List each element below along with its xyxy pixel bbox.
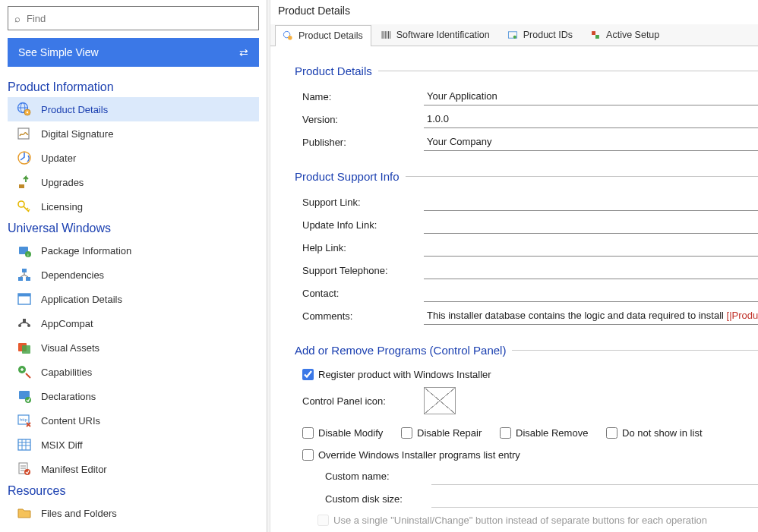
comments-field[interactable]: This installer database contains the log… — [424, 307, 758, 325]
nav-label: Manifest Editor — [41, 464, 107, 475]
sidebar-item-capabilities[interactable]: Capabilities — [8, 360, 259, 384]
support-link-field[interactable] — [424, 193, 758, 211]
register-label: Register product with Windows Installer — [318, 369, 491, 380]
update-info-field[interactable] — [424, 216, 758, 234]
custom-name-label: Custom name: — [325, 471, 431, 482]
nav-label: Digital Signature — [41, 128, 113, 140]
nav-label: Updater — [41, 153, 76, 164]
tab-software-identification[interactable]: Software Identification — [373, 24, 498, 46]
signature-icon — [15, 124, 33, 143]
disable-repair-label: Disable Repair — [417, 427, 482, 439]
nav-label: Upgrades — [41, 177, 84, 188]
sidebar-item-licensing[interactable]: Licensing — [8, 194, 259, 219]
declarations-icon — [15, 387, 33, 405]
find-box[interactable]: ⌕ — [8, 6, 259, 30]
sidebar-item-declarations[interactable]: Declarations — [8, 384, 259, 408]
sidebar-item-digital-signature[interactable]: Digital Signature — [8, 121, 259, 146]
override-label: Override Windows Installer programs list… — [318, 449, 520, 461]
nav-label: Package Information — [41, 245, 131, 257]
sidebar-item-updater[interactable]: Updater — [8, 146, 259, 170]
svg-point-34 — [288, 36, 292, 40]
disable-modify-checkbox[interactable] — [302, 427, 314, 439]
product-ids-icon — [507, 29, 519, 41]
tab-label: Active Setup — [606, 30, 659, 40]
svg-rect-38 — [595, 35, 599, 39]
simple-view-label: See Simple View — [18, 46, 99, 58]
find-input[interactable] — [25, 12, 252, 25]
override-checkbox[interactable] — [302, 449, 314, 461]
tab-product-details[interactable]: Product Details — [275, 25, 371, 46]
category-header-universal-windows: Universal Windows — [8, 222, 259, 235]
tab-product-ids[interactable]: Product IDs — [500, 24, 581, 46]
folder-icon — [15, 504, 33, 522]
main-panel: Product Details Product Details Software… — [270, 0, 758, 532]
register-checkbox[interactable] — [302, 369, 314, 380]
sidebar-item-files-folders[interactable]: Files and Folders — [8, 501, 259, 525]
key-icon — [15, 197, 33, 216]
disable-modify-label: Disable Modify — [318, 427, 383, 439]
sidebar: ⌕ See Simple View ⇄ Product Information … — [0, 0, 267, 532]
svg-point-16 — [18, 324, 21, 327]
single-button-checkbox — [317, 515, 329, 526]
simple-view-button[interactable]: See Simple View ⇄ — [8, 38, 259, 67]
telephone-label: Support Telephone: — [302, 265, 424, 276]
version-field[interactable]: 1.0.0 — [424, 110, 758, 128]
nav-label: Licensing — [41, 201, 83, 212]
update-info-label: Update Info Link: — [302, 219, 424, 231]
svg-rect-13 — [26, 277, 30, 281]
group-legend-product-details: Product Details — [295, 65, 758, 77]
disable-remove-checkbox[interactable] — [500, 427, 511, 439]
svg-rect-11 — [22, 269, 27, 272]
nav-label: Application Details — [41, 294, 122, 305]
content-scroll[interactable]: Product Details Name: Your Application V… — [270, 46, 758, 532]
sidebar-item-appcompat[interactable]: AppCompat — [8, 311, 259, 335]
sidebar-item-visual-assets[interactable]: Visual Assets — [8, 335, 259, 360]
nav-label: Declarations — [41, 391, 96, 402]
svg-point-7 — [18, 201, 24, 207]
single-button-label: Use a single "Uninstall/Change" button i… — [333, 515, 707, 526]
sidebar-item-msix-diff[interactable]: MSIX Diff — [8, 433, 259, 457]
content-uris-icon: http — [15, 411, 33, 430]
support-link-label: Support Link: — [302, 197, 424, 208]
category-header-product-information: Product Information — [8, 80, 259, 94]
appcompat-icon — [15, 314, 33, 332]
sidebar-item-application-details[interactable]: Application Details — [8, 287, 259, 311]
nav-label: Dependencies — [41, 269, 104, 281]
custom-disk-field — [431, 490, 758, 508]
svg-text:i: i — [27, 253, 28, 257]
disable-remove-label: Disable Remove — [516, 427, 588, 439]
sidebar-item-content-uris[interactable]: http Content URIs — [8, 408, 259, 433]
package-info-icon: i — [15, 241, 33, 260]
updater-icon — [15, 149, 33, 167]
sidebar-item-product-details[interactable]: Product Details — [8, 97, 259, 121]
custom-name-field — [431, 467, 758, 485]
globe-gear-icon — [282, 30, 294, 42]
sidebar-item-manifest-editor[interactable]: Manifest Editor — [8, 457, 259, 481]
control-panel-icon-picker[interactable] — [424, 387, 456, 414]
upgrades-icon — [15, 173, 33, 191]
sidebar-item-dependencies[interactable]: Dependencies — [8, 263, 259, 287]
telephone-field[interactable] — [424, 261, 758, 279]
capabilities-icon — [15, 363, 33, 381]
comments-label: Comments: — [302, 310, 424, 322]
version-label: Version: — [302, 114, 424, 125]
category-header-resources: Resources — [8, 484, 259, 498]
disable-repair-checkbox[interactable] — [401, 427, 412, 439]
search-icon: ⌕ — [14, 13, 21, 24]
contact-field[interactable] — [424, 284, 758, 302]
tab-active-setup[interactable]: Active Setup — [583, 24, 668, 46]
do-not-show-checkbox[interactable] — [606, 427, 617, 439]
nav-label: Visual Assets — [41, 342, 99, 354]
name-field[interactable]: Your Application — [424, 87, 758, 105]
control-panel-icon-label: Control Panel icon: — [302, 395, 424, 407]
sidebar-item-upgrades[interactable]: Upgrades — [8, 170, 259, 194]
tab-label: Product Details — [298, 30, 363, 41]
sidebar-item-package-information[interactable]: i Package Information — [8, 238, 259, 263]
page-title: Product Details — [270, 0, 758, 20]
svg-rect-20 — [22, 345, 30, 354]
publisher-field[interactable]: Your Company — [424, 133, 758, 151]
nav-label: MSIX Diff — [41, 439, 83, 451]
svg-rect-15 — [18, 294, 30, 297]
help-link-field[interactable] — [424, 238, 758, 257]
help-link-label: Help Link: — [302, 242, 424, 253]
